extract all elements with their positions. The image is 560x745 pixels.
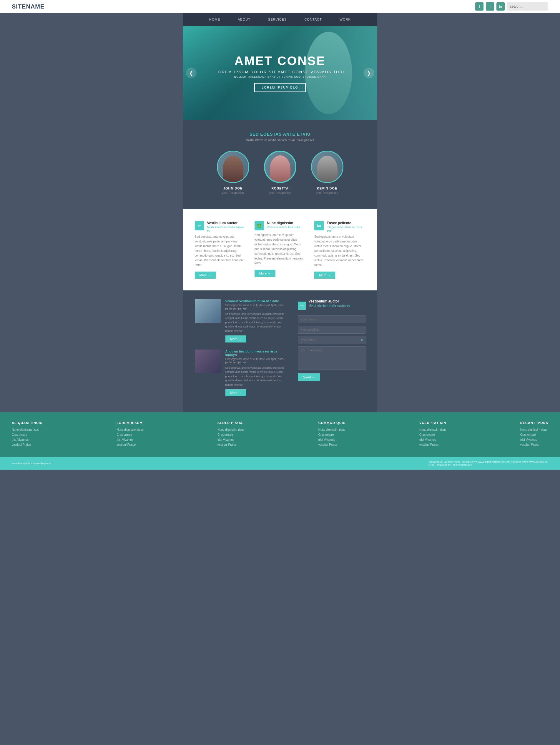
service-card-2: 🛏 Fusce pellente Integer vitae libero ac… (314, 221, 365, 279)
contact-phone-input[interactable] (298, 336, 365, 344)
footer-col-3: COMMOD QUIS Nunc dignissim risus Cras or… (318, 421, 345, 448)
contact-send-button[interactable]: Send → (298, 374, 320, 381)
contact-name-input[interactable] (298, 316, 365, 323)
footer-link-1-0[interactable]: Nunc dignissim risus (117, 428, 144, 431)
nav-home[interactable]: HOME (209, 18, 220, 21)
service-card-1: 🌿 Nunc dignissim Vivamus vestibulum null… (254, 221, 306, 279)
linkedin-icon[interactable]: in (496, 2, 505, 10)
footer-bottom: www.farstgfechristianscollege.com Copyri… (0, 457, 560, 470)
blog-post-title-1: Aliquam tincidunt mauris eu risus kuooyn (225, 350, 289, 357)
team-section-subtitle: Morbi interdum mollis sapien ed ac risus… (195, 138, 366, 142)
contact-phone-wrapper: 🏳 (298, 336, 365, 344)
footer-link-4-0[interactable]: Nunc dignissim risus (419, 428, 446, 431)
blog-post-subtitle-0: Sed egestas, ante et vulputate volutpat,… (225, 304, 289, 310)
facebook-icon[interactable]: f (475, 2, 484, 10)
service-title-1: Nunc dignissim (267, 221, 300, 225)
service-more-btn-0[interactable]: More → (195, 271, 216, 279)
service-more-btn-2[interactable]: More → (314, 271, 335, 279)
search-input[interactable] (507, 2, 548, 10)
site-name: SITENAME (12, 3, 44, 10)
blog-post-1: Aliquam tincidunt mauris eu risus kuooyn… (195, 350, 289, 396)
footer-col-title-1: LOREM IPSUM (117, 421, 144, 425)
blog-contact-section: Vivamus vestibulum nulla nec ante Sed eg… (183, 290, 377, 412)
footer-links: ALIQUAM TINCID Nunc dignissim risus Cras… (0, 412, 560, 457)
team-member-2: KEVIN DOE your Designation (311, 151, 343, 194)
footer-link-1-2[interactable]: trist Vivamus (117, 438, 144, 441)
team-avatar-2 (311, 151, 343, 183)
avatar-inner-0 (218, 152, 248, 182)
footer-link-3-3[interactable]: vestibul Praise (318, 443, 345, 446)
footer-bottom-left: www.farstgfechristianscollege.com (12, 462, 52, 465)
hero-cta-button[interactable]: LOREM IPSUM DLO (254, 83, 306, 92)
avatar-inner-1 (265, 152, 295, 182)
service-heading-2: Fusce pellente Integer vitae libero ac r… (326, 221, 365, 232)
contact-form: 🏳 Send → (298, 316, 365, 381)
team-member-designation-2: your Designation (316, 191, 338, 194)
footer-link-4-2[interactable]: trist Vivamus (419, 438, 446, 441)
nav-services[interactable]: SERVICES (268, 18, 287, 21)
footer-link-1-3[interactable]: vestibul Praise (117, 443, 144, 446)
footer-copyright: Copyright(c) website name. Designed by: … (429, 460, 548, 463)
service-icon-row-1: 🌿 Nunc dignissim Vivamus vestibulum null… (254, 221, 306, 230)
nav-contact[interactable]: CONTACT (304, 18, 322, 21)
team-member-name-0: JOHN DOE (223, 187, 243, 190)
footer-col-title-5: NECANT IPONS (520, 421, 548, 425)
footer-link-2-1[interactable]: Cras ornare (217, 433, 245, 436)
footer-link-4-3[interactable]: vestibul Praise (419, 443, 446, 446)
contact-message-input[interactable] (298, 346, 365, 370)
footer-col-2: SEDLU PRASE Nunc dignissim risus Cras or… (217, 421, 245, 448)
footer-col-5: NECANT IPONS Nunc dignissim risus Cras o… (520, 421, 548, 448)
contact-icon: ✏ (298, 301, 306, 310)
footer-link-0-3[interactable]: vestibul Praise (12, 443, 43, 446)
contact-email-input[interactable] (298, 326, 365, 334)
footer-link-5-2[interactable]: trist Vivamus (520, 438, 548, 441)
blog-img-inner-0 (195, 299, 221, 323)
footer-col-4: VOLUPTAT SIN Nunc dignissim risus Cras o… (419, 421, 446, 448)
service-icon-row-2: 🛏 Fusce pellente Integer vitae libero ac… (314, 221, 365, 232)
footer-link-5-0[interactable]: Nunc dignissim risus (520, 428, 548, 431)
blog-image-0 (195, 299, 221, 323)
page-wrapper: HOME ABOUT SERVICES CONTACT WORK ❮ AMET … (183, 13, 377, 412)
nav-about[interactable]: ABOUT (238, 18, 250, 21)
contact-icon-row: ✏ Vestibulum auctor Morbi interdum molli… (298, 299, 365, 312)
twitter-icon[interactable]: t (486, 2, 494, 10)
footer-link-5-1[interactable]: Cras ornare (520, 433, 548, 436)
footer-link-3-1[interactable]: Cras ornare (318, 433, 345, 436)
footer-link-2-3[interactable]: vestibul Praise (217, 443, 245, 446)
contact-column: ✏ Vestibulum auctor Morbi interdum molli… (298, 299, 365, 403)
service-card-0: ✏ Vestibulum auctor Morbi interdum molli… (195, 221, 246, 279)
hero-title: AMET CONSE (216, 54, 345, 68)
service-subtitle-1: Vivamus vestibulum nulla (267, 226, 300, 229)
phone-flag-icon: 🏳 (361, 338, 364, 342)
team-member-1: ROSETTA your Designation (264, 151, 296, 194)
footer-link-5-3[interactable]: vestibul Praise (520, 443, 548, 446)
team-section: SED EGESTAS ANTE ETVIU Morbi interdum mo… (183, 120, 377, 209)
footer-link-1-1[interactable]: Cras ornare (117, 433, 144, 436)
avatar-silhouette-1 (270, 155, 290, 182)
hero-next-arrow[interactable]: ❯ (364, 68, 374, 78)
service-more-btn-1[interactable]: More → (254, 270, 275, 277)
blog-more-btn-1[interactable]: More → (225, 389, 246, 396)
services-section: ✏ Vestibulum auctor Morbi interdum molli… (183, 209, 377, 290)
service-subtitle-0: Morbi interdum mollis sapien ed (207, 226, 246, 232)
blog-image-1 (195, 350, 221, 373)
blog-post-content-1: Aliquam tincidunt mauris eu risus kuooyn… (225, 350, 289, 396)
footer-link-2-0[interactable]: Nunc dignissim risus (217, 428, 245, 431)
footer-link-0-1[interactable]: Cras ornare (12, 433, 43, 436)
footer-link-0-2[interactable]: trist Vivamus (12, 438, 43, 441)
footer-link-0-0[interactable]: Nunc dignissim risus (12, 428, 43, 431)
footer-col-0: ALIQUAM TINCID Nunc dignissim risus Cras… (12, 421, 43, 448)
team-avatar-0 (217, 151, 249, 183)
nav-work[interactable]: WORK (340, 18, 351, 21)
team-member-0: JOHN DOE your Designation (217, 151, 249, 194)
hero-prev-arrow[interactable]: ❮ (186, 68, 196, 78)
service-text-0: Sed egestas, ante et vulputate volutpat,… (195, 234, 246, 267)
footer-link-3-0[interactable]: Nunc dignissim risus (318, 428, 345, 431)
footer-link-3-2[interactable]: trist Vivamus (318, 438, 345, 441)
footer-link-2-2[interactable]: trist Vivamus (217, 438, 245, 441)
blog-more-btn-0[interactable]: More → (225, 335, 246, 343)
footer-link-4-1[interactable]: Cras ornare (419, 433, 446, 436)
service-icon-0: ✏ (195, 221, 204, 230)
service-text-1: Sed egestas, ante et vulputate volutpat,… (254, 233, 306, 266)
blog-column: Vivamus vestibulum nulla nec ante Sed eg… (195, 299, 289, 403)
